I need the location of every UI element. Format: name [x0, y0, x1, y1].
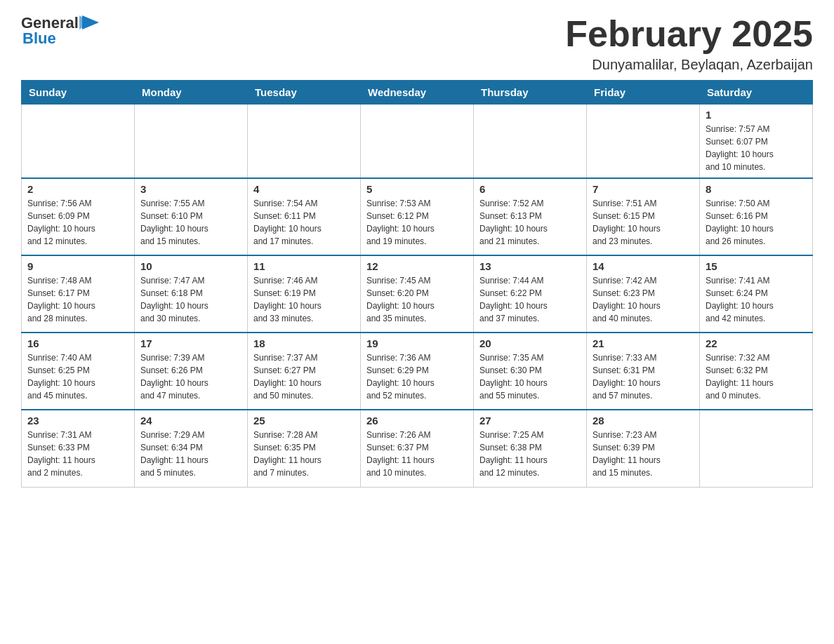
- calendar-cell: [248, 105, 361, 179]
- calendar-cell: [587, 105, 700, 179]
- day-number: 10: [140, 260, 241, 272]
- calendar-cell: 26Sunrise: 7:26 AM Sunset: 6:37 PM Dayli…: [361, 410, 474, 487]
- day-info: Sunrise: 7:53 AM Sunset: 6:12 PM Dayligh…: [366, 197, 468, 248]
- weekday-header-monday: Monday: [135, 81, 248, 105]
- day-number: 28: [593, 415, 694, 427]
- weekday-header-sunday: Sunday: [22, 81, 135, 105]
- day-info: Sunrise: 7:41 AM Sunset: 6:24 PM Dayligh…: [706, 274, 807, 325]
- calendar-cell: 20Sunrise: 7:35 AM Sunset: 6:30 PM Dayli…: [474, 333, 587, 410]
- calendar-cell: 16Sunrise: 7:40 AM Sunset: 6:25 PM Dayli…: [22, 333, 135, 410]
- day-info: Sunrise: 7:52 AM Sunset: 6:13 PM Dayligh…: [479, 197, 581, 248]
- day-number: 4: [253, 183, 355, 195]
- weekday-header-thursday: Thursday: [474, 81, 587, 105]
- day-info: Sunrise: 7:33 AM Sunset: 6:31 PM Dayligh…: [593, 351, 694, 402]
- weekday-header-friday: Friday: [587, 81, 700, 105]
- calendar-cell: 22Sunrise: 7:32 AM Sunset: 6:32 PM Dayli…: [700, 333, 813, 410]
- calendar-cell: 24Sunrise: 7:29 AM Sunset: 6:34 PM Dayli…: [135, 410, 248, 487]
- calendar-cell: 12Sunrise: 7:45 AM Sunset: 6:20 PM Dayli…: [361, 255, 474, 333]
- day-number: 25: [253, 415, 355, 427]
- day-number: 9: [27, 260, 128, 272]
- day-info: Sunrise: 7:47 AM Sunset: 6:18 PM Dayligh…: [140, 274, 241, 325]
- day-number: 20: [479, 337, 581, 349]
- day-info: Sunrise: 7:39 AM Sunset: 6:26 PM Dayligh…: [140, 351, 241, 402]
- calendar-cell: 9Sunrise: 7:48 AM Sunset: 6:17 PM Daylig…: [22, 255, 135, 333]
- day-number: 27: [479, 415, 581, 427]
- day-number: 8: [706, 183, 807, 195]
- calendar-cell: 11Sunrise: 7:46 AM Sunset: 6:19 PM Dayli…: [248, 255, 361, 333]
- calendar-cell: 21Sunrise: 7:33 AM Sunset: 6:31 PM Dayli…: [587, 333, 700, 410]
- day-number: 23: [27, 415, 128, 427]
- calendar-cell: 7Sunrise: 7:51 AM Sunset: 6:15 PM Daylig…: [587, 178, 700, 255]
- day-number: 24: [140, 415, 241, 427]
- logo-triangle-icon: [79, 15, 99, 31]
- calendar-cell: 10Sunrise: 7:47 AM Sunset: 6:18 PM Dayli…: [135, 255, 248, 333]
- weekday-header-row: SundayMondayTuesdayWednesdayThursdayFrid…: [22, 81, 813, 105]
- calendar-cell: [135, 105, 248, 179]
- logo-blue-text: Blue: [22, 29, 56, 48]
- calendar-table: SundayMondayTuesdayWednesdayThursdayFrid…: [21, 80, 813, 488]
- week-row-3: 9Sunrise: 7:48 AM Sunset: 6:17 PM Daylig…: [22, 255, 813, 333]
- day-info: Sunrise: 7:36 AM Sunset: 6:29 PM Dayligh…: [366, 351, 468, 402]
- calendar-cell: [22, 105, 135, 179]
- calendar-cell: 14Sunrise: 7:42 AM Sunset: 6:23 PM Dayli…: [587, 255, 700, 333]
- day-number: 21: [593, 337, 694, 349]
- week-row-5: 23Sunrise: 7:31 AM Sunset: 6:33 PM Dayli…: [22, 410, 813, 487]
- weekday-header-tuesday: Tuesday: [248, 81, 361, 105]
- day-number: 14: [593, 260, 694, 272]
- calendar-cell: 25Sunrise: 7:28 AM Sunset: 6:35 PM Dayli…: [248, 410, 361, 487]
- day-number: 15: [706, 260, 807, 272]
- calendar-cell: 4Sunrise: 7:54 AM Sunset: 6:11 PM Daylig…: [248, 178, 361, 255]
- calendar-cell: 18Sunrise: 7:37 AM Sunset: 6:27 PM Dayli…: [248, 333, 361, 410]
- day-info: Sunrise: 7:57 AM Sunset: 6:07 PM Dayligh…: [706, 123, 807, 173]
- day-info: Sunrise: 7:46 AM Sunset: 6:19 PM Dayligh…: [253, 274, 355, 325]
- calendar-cell: 2Sunrise: 7:56 AM Sunset: 6:09 PM Daylig…: [22, 178, 135, 255]
- day-number: 2: [27, 183, 128, 195]
- day-info: Sunrise: 7:32 AM Sunset: 6:32 PM Dayligh…: [706, 351, 807, 402]
- day-info: Sunrise: 7:44 AM Sunset: 6:22 PM Dayligh…: [479, 274, 581, 325]
- day-info: Sunrise: 7:29 AM Sunset: 6:34 PM Dayligh…: [140, 429, 241, 479]
- day-number: 19: [366, 337, 468, 349]
- day-info: Sunrise: 7:23 AM Sunset: 6:39 PM Dayligh…: [593, 429, 694, 479]
- day-number: 11: [253, 260, 355, 272]
- day-number: 12: [366, 260, 468, 272]
- day-number: 22: [706, 337, 807, 349]
- calendar-cell: 28Sunrise: 7:23 AM Sunset: 6:39 PM Dayli…: [587, 410, 700, 487]
- calendar-cell: 13Sunrise: 7:44 AM Sunset: 6:22 PM Dayli…: [474, 255, 587, 333]
- day-number: 17: [140, 337, 241, 349]
- week-row-1: 1Sunrise: 7:57 AM Sunset: 6:07 PM Daylig…: [22, 105, 813, 179]
- calendar-cell: 1Sunrise: 7:57 AM Sunset: 6:07 PM Daylig…: [700, 105, 813, 179]
- day-info: Sunrise: 7:31 AM Sunset: 6:33 PM Dayligh…: [27, 429, 128, 479]
- page-title: February 2025: [565, 14, 813, 54]
- weekday-header-saturday: Saturday: [700, 81, 813, 105]
- calendar-cell: 17Sunrise: 7:39 AM Sunset: 6:26 PM Dayli…: [135, 333, 248, 410]
- day-number: 6: [479, 183, 581, 195]
- subtitle: Dunyamalilar, Beylaqan, Azerbaijan: [565, 57, 813, 73]
- logo: General Blue: [21, 14, 100, 48]
- day-number: 26: [366, 415, 468, 427]
- title-area: February 2025 Dunyamalilar, Beylaqan, Az…: [565, 14, 813, 73]
- day-info: Sunrise: 7:40 AM Sunset: 6:25 PM Dayligh…: [27, 351, 128, 402]
- calendar-cell: 27Sunrise: 7:25 AM Sunset: 6:38 PM Dayli…: [474, 410, 587, 487]
- header: General Blue February 2025 Dunyamalilar,…: [21, 14, 813, 73]
- day-info: Sunrise: 7:54 AM Sunset: 6:11 PM Dayligh…: [253, 197, 355, 248]
- day-number: 13: [479, 260, 581, 272]
- day-number: 1: [706, 109, 807, 121]
- calendar-cell: 15Sunrise: 7:41 AM Sunset: 6:24 PM Dayli…: [700, 255, 813, 333]
- calendar-cell: [700, 410, 813, 487]
- calendar-cell: 19Sunrise: 7:36 AM Sunset: 6:29 PM Dayli…: [361, 333, 474, 410]
- day-info: Sunrise: 7:51 AM Sunset: 6:15 PM Dayligh…: [593, 197, 694, 248]
- calendar-cell: 5Sunrise: 7:53 AM Sunset: 6:12 PM Daylig…: [361, 178, 474, 255]
- day-info: Sunrise: 7:45 AM Sunset: 6:20 PM Dayligh…: [366, 274, 468, 325]
- day-number: 3: [140, 183, 241, 195]
- calendar-cell: 23Sunrise: 7:31 AM Sunset: 6:33 PM Dayli…: [22, 410, 135, 487]
- day-number: 16: [27, 337, 128, 349]
- day-info: Sunrise: 7:25 AM Sunset: 6:38 PM Dayligh…: [479, 429, 581, 479]
- day-info: Sunrise: 7:26 AM Sunset: 6:37 PM Dayligh…: [366, 429, 468, 479]
- day-info: Sunrise: 7:28 AM Sunset: 6:35 PM Dayligh…: [253, 429, 355, 479]
- weekday-header-wednesday: Wednesday: [361, 81, 474, 105]
- week-row-4: 16Sunrise: 7:40 AM Sunset: 6:25 PM Dayli…: [22, 333, 813, 410]
- day-number: 7: [593, 183, 694, 195]
- calendar-cell: 6Sunrise: 7:52 AM Sunset: 6:13 PM Daylig…: [474, 178, 587, 255]
- week-row-2: 2Sunrise: 7:56 AM Sunset: 6:09 PM Daylig…: [22, 178, 813, 255]
- day-number: 18: [253, 337, 355, 349]
